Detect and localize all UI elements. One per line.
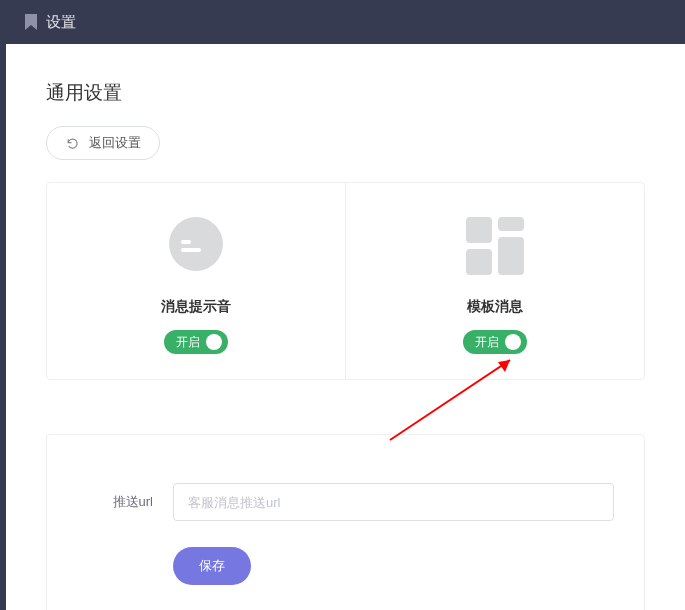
save-button[interactable]: 保存 <box>173 547 251 585</box>
form-panel: 推送url 保存 <box>46 434 645 610</box>
svg-rect-2 <box>181 248 201 252</box>
svg-rect-1 <box>181 240 191 244</box>
toggle-message-sound[interactable]: 开启 <box>164 330 228 354</box>
undo-icon <box>65 136 79 150</box>
push-url-row: 推送url <box>77 483 614 521</box>
card-message-sound: 消息提示音 开启 <box>47 183 345 379</box>
toggle-template-message[interactable]: 开启 <box>463 330 527 354</box>
toggle-knob <box>505 334 521 350</box>
content-area: 通用设置 返回设置 消息提示音 开启 <box>6 44 685 610</box>
top-bar: 设置 <box>0 0 685 44</box>
back-button-label: 返回设置 <box>89 134 141 152</box>
push-url-input[interactable] <box>173 483 614 521</box>
topbar-title: 设置 <box>46 13 76 32</box>
settings-cards-row: 消息提示音 开启 模板消息 开启 <box>46 182 645 380</box>
section-title: 通用设置 <box>46 80 645 106</box>
bookmark-icon <box>24 14 38 30</box>
card-sound-label: 消息提示音 <box>161 298 231 316</box>
card-template-label: 模板消息 <box>467 298 523 316</box>
card-template-message: 模板消息 开启 <box>345 183 644 379</box>
back-to-settings-button[interactable]: 返回设置 <box>46 126 160 160</box>
chat-bubble-icon <box>163 206 229 286</box>
svg-rect-3 <box>466 217 492 243</box>
svg-rect-6 <box>498 237 524 275</box>
svg-rect-5 <box>466 249 492 275</box>
push-url-label: 推送url <box>77 493 173 511</box>
grid-icon <box>458 206 532 286</box>
toggle-template-text: 开启 <box>475 336 499 348</box>
svg-rect-4 <box>498 217 524 231</box>
toggle-knob <box>206 334 222 350</box>
toggle-sound-text: 开启 <box>176 336 200 348</box>
